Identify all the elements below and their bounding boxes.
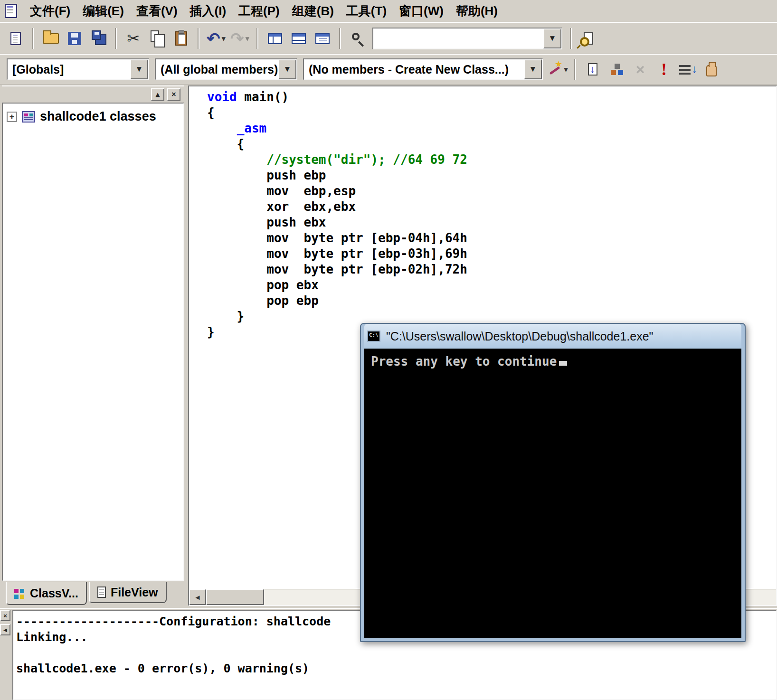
window-list-button[interactable]: [311, 27, 334, 50]
save-file-icon: [68, 32, 81, 45]
build-button[interactable]: [605, 58, 628, 81]
toolbar-separator: [574, 59, 576, 80]
output-scroll-left-button[interactable]: ◄: [0, 624, 10, 635]
workspace-close-button[interactable]: ×: [167, 88, 180, 101]
copy-icon: [151, 30, 159, 42]
console-prompt-text: Press any key to continue: [371, 354, 557, 369]
tree-root-item[interactable]: + shallcode1 classes: [7, 109, 180, 124]
workspace-panel-header: ▴ ×: [2, 85, 184, 103]
find-combo[interactable]: ▼: [372, 28, 562, 49]
console-titlebar[interactable]: "C:\Users\swallow\Desktop\Debug\shallcod…: [364, 324, 741, 349]
stop-build-button[interactable]: ×: [628, 58, 652, 81]
output-close-button[interactable]: ×: [0, 610, 10, 621]
fileview-icon: [97, 586, 106, 598]
build-icon: [611, 70, 616, 75]
code-line: {: [207, 105, 776, 121]
toolbar-separator: [32, 28, 34, 49]
toolbar-separator: [570, 28, 572, 49]
find-combo-dropdown-icon[interactable]: ▼: [543, 28, 561, 48]
new-file-button[interactable]: [4, 27, 28, 50]
paste-button[interactable]: [169, 27, 193, 50]
menu-item-8[interactable]: 窗口(W): [393, 1, 450, 21]
toggle-breakpoint-button[interactable]: [700, 58, 723, 81]
stop-build-icon: ×: [636, 62, 645, 77]
code-line: mov ebp,esp: [207, 183, 776, 199]
menu-item-1[interactable]: 文件(F): [24, 1, 76, 21]
standard-toolbar: ✂↶▾↷▾▼: [0, 23, 777, 54]
menu-item-3[interactable]: 查看(V): [130, 1, 184, 21]
save-all-button[interactable]: [86, 27, 110, 50]
scroll-left-button[interactable]: ◄: [189, 589, 206, 605]
members-combo[interactable]: (All global members)▼: [155, 58, 297, 80]
code-line: void main(): [207, 89, 776, 105]
redo-icon: ↷: [230, 30, 244, 47]
wizard-toolbar: [Globals]▼(All global members)▼(No membe…: [0, 54, 777, 85]
code-line: mov byte ptr [ebp-03h],69h: [207, 246, 776, 262]
find-button[interactable]: [346, 27, 370, 50]
classes-combo-dropdown-icon[interactable]: ▼: [130, 59, 148, 79]
code-line: xor ebx,ebx: [207, 199, 776, 215]
tab-fileview[interactable]: FileView: [89, 582, 167, 603]
open-file-icon: [43, 33, 59, 44]
compile-button[interactable]: [581, 58, 605, 81]
code-line: _asm: [207, 121, 776, 136]
menu-item-7[interactable]: 工具(T): [340, 1, 393, 21]
go-button[interactable]: [676, 58, 700, 81]
workspace-panel: ▴ × + shallcode1 classes ClassV...FileVi…: [2, 85, 184, 606]
code-line: mov byte ptr [ebp-04h],64h: [207, 230, 776, 246]
save-file-button[interactable]: [63, 27, 86, 50]
tree-expand-icon[interactable]: +: [7, 112, 17, 122]
classes-combo[interactable]: [Globals]▼: [7, 58, 149, 80]
menu-item-6[interactable]: 组建(B): [286, 1, 340, 21]
code-line: push ebx: [207, 215, 776, 230]
wizard-actions-dropdown-icon[interactable]: ▾: [564, 65, 568, 75]
menu-item-4[interactable]: 插入(I): [184, 1, 233, 21]
output-window-icon: [292, 33, 306, 44]
console-screen[interactable]: Press any key to continue: [364, 349, 741, 638]
menu-item-9[interactable]: 帮助(H): [450, 1, 504, 21]
document-icon[interactable]: [5, 4, 17, 18]
tab-classview[interactable]: ClassV...: [6, 582, 87, 605]
classview-icon: [14, 589, 19, 593]
menu-item-2[interactable]: 编辑(E): [76, 1, 130, 21]
find-in-files-button[interactable]: [577, 27, 600, 50]
workspace-dock-button[interactable]: ▴: [151, 88, 164, 101]
wizard-actions-combo-dropdown-icon[interactable]: ▼: [524, 59, 542, 79]
scrollbar-thumb[interactable]: [206, 589, 264, 605]
tab-label: FileView: [111, 586, 158, 599]
copy-button[interactable]: [145, 27, 169, 50]
code-line: pop ebx: [207, 277, 776, 293]
execute-program-button[interactable]: !: [652, 58, 676, 81]
console-cursor: [559, 361, 567, 366]
cut-button[interactable]: ✂: [122, 27, 145, 50]
toolbar-separator: [339, 28, 341, 49]
cut-icon: ✂: [127, 31, 140, 46]
code-line: {: [207, 136, 776, 152]
wizard-actions-button[interactable]: ▾: [546, 58, 569, 81]
console-app-icon[interactable]: [367, 331, 380, 342]
workspace-tabs: ClassV...FileView: [2, 581, 184, 606]
classview-tree[interactable]: + shallcode1 classes: [2, 103, 184, 581]
find-combo-value: [373, 28, 543, 48]
redo-button[interactable]: ↷▾: [228, 27, 252, 50]
undo-dropdown-icon[interactable]: ▾: [221, 34, 226, 44]
wizard-actions-combo[interactable]: (No members - Create New Class...)▼: [303, 58, 543, 80]
console-window[interactable]: "C:\Users\swallow\Desktop\Debug\shallcod…: [360, 323, 746, 642]
code-area[interactable]: void main(){ _asm { //system("dir"); //6…: [189, 86, 776, 340]
menu-items: 文件(F)编辑(E)查看(V)插入(I)工程(P)组建(B)工具(T)窗口(W)…: [24, 1, 504, 21]
open-file-button[interactable]: [39, 27, 63, 50]
output-window-button[interactable]: [287, 27, 311, 50]
wizard-actions-icon: [547, 62, 562, 77]
output-line: [16, 645, 773, 661]
redo-dropdown-icon[interactable]: ▾: [245, 34, 249, 44]
undo-button[interactable]: ↶▾: [204, 27, 228, 50]
code-line: }: [207, 309, 776, 324]
members-combo-dropdown-icon[interactable]: ▼: [278, 59, 296, 79]
find-icon: [352, 33, 360, 40]
toggle-breakpoint-icon: [706, 65, 717, 76]
menu-item-5[interactable]: 工程(P): [232, 1, 286, 21]
code-line: //system("dir"); //64 69 72: [207, 152, 776, 168]
members-combo-value: (All global members): [156, 59, 278, 79]
workspace-window-button[interactable]: [263, 27, 287, 50]
output-line: shallcode1.exe - 0 error(s), 0 warning(s…: [16, 661, 773, 676]
